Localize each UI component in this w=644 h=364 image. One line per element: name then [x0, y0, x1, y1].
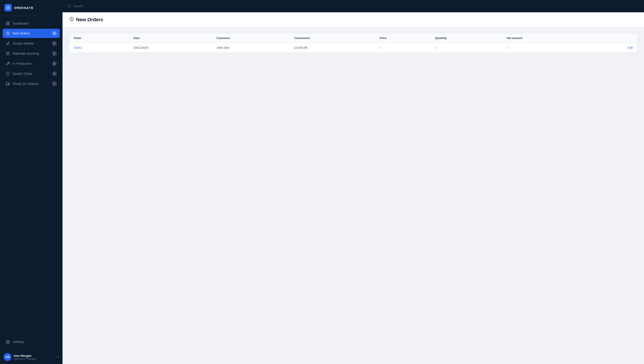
sidebar-item-new-orders-label: New Orders [13, 32, 49, 35]
col-order: Order [69, 33, 129, 43]
user-name: Alex Morgan [14, 354, 56, 358]
orders-table: Order Date Customer Commision Price Quan… [69, 33, 637, 52]
order-actions: Edit [588, 43, 637, 53]
sidebar-item-in-production-label: In Production [13, 62, 49, 65]
pen-icon [6, 41, 10, 46]
sidebar-item-in-production-badge: 2 [52, 61, 57, 66]
svg-point-9 [6, 84, 7, 85]
sidebar-item-dashboard[interactable]: Dashboard [3, 19, 60, 28]
svg-marker-8 [8, 83, 10, 84]
svg-point-11 [8, 342, 8, 342]
page-header: New Orders [62, 12, 644, 27]
svg-point-10 [8, 84, 10, 85]
sidebar-settings: Settings [0, 336, 62, 350]
order-customer: John Doe [212, 43, 290, 53]
sidebar-item-design-review-badge: 1 [52, 41, 57, 46]
svg-line-13 [70, 7, 71, 8]
col-quantity: Quantity [431, 33, 502, 43]
order-price: x [375, 43, 431, 53]
check-circle-icon [6, 72, 10, 76]
sidebar-item-design-review[interactable]: Design Review 1 [3, 39, 60, 48]
sidebar-item-ready-for-delivery[interactable]: Ready for Delivery 1 [3, 79, 60, 88]
svg-rect-1 [6, 22, 8, 23]
sidebar-item-quality-check-badge: 1 [52, 71, 57, 76]
topbar [62, 0, 644, 12]
table-row: #1001 19/12/2024 John Doe £2,629.95 x x … [69, 43, 637, 53]
avatar: AM [4, 353, 12, 361]
page-title-icon [69, 17, 74, 22]
order-date: 19/12/2024 [129, 43, 212, 53]
search-icon [68, 4, 71, 8]
search-input[interactable] [74, 4, 639, 8]
col-price: Price [375, 33, 431, 43]
main-content: New Orders Order Date Customer Commision… [62, 0, 644, 364]
sidebar-item-design-review-label: Design Review [13, 42, 49, 45]
app-name: ORDINATE [14, 6, 34, 10]
sidebar-item-materials-sourcing[interactable]: Materials Sourcing 1 [3, 49, 60, 58]
page-title: New Orders [76, 17, 103, 22]
sidebar-logo: ORDINATE [0, 0, 62, 16]
col-net-amount: Net amount [502, 33, 588, 43]
sidebar-item-ready-for-delivery-label: Ready for Delivery [13, 82, 49, 86]
order-net-amount: x [502, 43, 588, 53]
col-date: Date [129, 33, 212, 43]
order-commission: £2,629.95 [290, 43, 375, 53]
svg-rect-3 [6, 24, 8, 25]
col-commission: Commision [290, 33, 375, 43]
orders-table-container: Order Date Customer Commision Price Quan… [69, 33, 638, 53]
user-info: Alex Morgan Operations Manager [14, 354, 56, 360]
truck-icon [6, 82, 10, 86]
sidebar-item-ready-for-delivery-badge: 1 [52, 81, 57, 86]
svg-point-0 [8, 7, 9, 8]
sidebar-item-new-orders[interactable]: New Orders 2 [3, 29, 60, 38]
user-role: Operations Manager [14, 358, 56, 360]
page-content: New Orders Order Date Customer Commision… [62, 12, 644, 364]
sidebar-item-materials-sourcing-badge: 1 [52, 51, 57, 56]
svg-point-12 [68, 5, 71, 7]
col-actions [588, 33, 637, 43]
order-quantity: x [431, 43, 502, 53]
sidebar-item-materials-sourcing-label: Materials Sourcing [13, 52, 49, 55]
sidebar-user-footer[interactable]: AM Alex Morgan Operations Manager ▾ [0, 350, 62, 364]
chevron-down-icon: ▾ [58, 356, 59, 358]
svg-rect-4 [8, 24, 10, 25]
edit-button[interactable]: Edit [628, 46, 633, 49]
clock-icon [6, 31, 10, 36]
svg-rect-2 [8, 22, 10, 23]
sidebar-item-quality-check-label: Quality Check [13, 72, 49, 76]
sidebar-item-settings[interactable]: Settings [3, 338, 60, 346]
sidebar-item-settings-label: Settings [13, 340, 57, 344]
col-customer: Customer [212, 33, 290, 43]
sidebar-item-new-orders-badge: 2 [52, 31, 57, 36]
wrench-icon [6, 62, 10, 66]
svg-rect-7 [6, 82, 8, 84]
logo-icon [4, 4, 12, 12]
sidebar-item-dashboard-label: Dashboard [13, 22, 57, 25]
order-number: #1001 [69, 43, 129, 53]
box-icon [6, 51, 10, 56]
order-link[interactable]: #1001 [74, 46, 82, 49]
table-header-row: Order Date Customer Commision Price Quan… [69, 33, 637, 43]
sidebar: ORDINATE Dashboard New Orders 2 [0, 0, 62, 364]
gear-icon [6, 340, 10, 344]
sidebar-item-quality-check[interactable]: Quality Check 1 [3, 69, 60, 78]
grid-icon [6, 21, 10, 26]
sidebar-item-in-production[interactable]: In Production 2 [3, 59, 60, 68]
sidebar-nav: Dashboard New Orders 2 Design Review 1 [0, 16, 62, 336]
